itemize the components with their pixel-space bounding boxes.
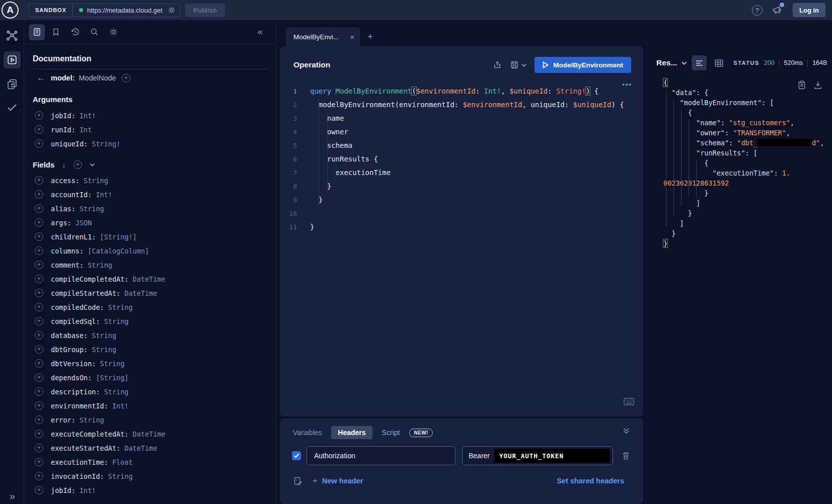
field-name[interactable]: uniqueId: xyxy=(51,140,92,148)
field-name[interactable]: comment: xyxy=(51,261,88,269)
save-dropdown-chevron-icon[interactable] xyxy=(521,63,526,67)
add-field-icon[interactable]: + xyxy=(35,125,43,134)
field-type[interactable]: Int! xyxy=(112,402,129,410)
new-header-button[interactable]: + New header xyxy=(313,476,363,486)
sort-fields-icon[interactable]: ↓ xyxy=(62,160,66,169)
add-field-icon[interactable]: + xyxy=(35,430,43,438)
add-field-icon[interactable]: + xyxy=(35,303,43,311)
code-line[interactable]: executionTime xyxy=(310,166,624,180)
code-line[interactable]: modelByEnvironment(environmentId: $envir… xyxy=(310,98,624,112)
response-dropdown-chevron-icon[interactable] xyxy=(682,61,687,65)
field-name[interactable]: accountId: xyxy=(51,191,96,199)
add-field-icon[interactable]: + xyxy=(35,373,43,382)
field-type[interactable]: String xyxy=(104,388,129,396)
field-name[interactable]: executeStartedAt: xyxy=(51,444,124,452)
field-name[interactable]: columns: xyxy=(51,247,88,255)
add-field-icon[interactable]: + xyxy=(35,139,43,148)
field-type[interactable]: Int! xyxy=(80,112,96,120)
header-value-input[interactable]: Bearer YOUR_AUTH_TOKEN xyxy=(462,446,613,465)
code-line[interactable]: } xyxy=(310,220,624,234)
field-name[interactable]: jobId: xyxy=(51,112,80,120)
field-type[interactable]: String! xyxy=(92,140,120,148)
tab-search[interactable] xyxy=(86,24,102,40)
field-type[interactable]: Int! xyxy=(96,191,112,199)
close-tab-icon[interactable]: × xyxy=(350,33,354,41)
model-type[interactable]: ModelNode xyxy=(79,74,116,82)
expand-rail-button[interactable] xyxy=(0,493,24,501)
field-type[interactable]: DateTime xyxy=(133,275,166,283)
add-field-icon[interactable]: + xyxy=(35,486,43,494)
delete-header-icon[interactable] xyxy=(622,451,630,460)
add-field-icon[interactable]: + xyxy=(35,458,43,466)
add-field-icon[interactable]: + xyxy=(35,415,43,424)
field-name[interactable]: executeCompletedAt: xyxy=(51,430,133,438)
field-name[interactable]: environmentId: xyxy=(51,402,112,410)
field-name[interactable]: runId: xyxy=(51,126,80,134)
tab-headers[interactable]: Headers xyxy=(331,426,372,439)
code-line[interactable]: } xyxy=(310,193,624,207)
tab-history[interactable] xyxy=(67,24,83,40)
editor-code[interactable]: query ModelByEnvironment($environmentId:… xyxy=(302,85,624,234)
operation-more-menu-icon[interactable]: ••• xyxy=(622,80,632,88)
add-field-icon[interactable]: + xyxy=(35,472,43,480)
response-json[interactable]: { "data": { "modelByEnvironment": [ { "n… xyxy=(663,77,831,248)
field-name[interactable]: compileStartedAt: xyxy=(51,289,124,297)
field-name[interactable]: description: xyxy=(51,388,104,396)
sidebar-item-explorer[interactable] xyxy=(0,50,24,69)
add-field-icon[interactable]: + xyxy=(35,218,43,227)
back-arrow-icon[interactable]: ← xyxy=(37,73,45,83)
auth-token-value[interactable]: YOUR_AUTH_TOKEN xyxy=(494,449,610,463)
run-operation-button[interactable]: ModelByEnvironment xyxy=(535,57,631,73)
tab-script[interactable]: Script xyxy=(382,429,400,437)
field-type[interactable]: String xyxy=(100,360,125,368)
field-type[interactable]: String xyxy=(80,205,104,213)
field-name[interactable]: executionTime: xyxy=(51,458,112,466)
keyboard-shortcuts-icon[interactable] xyxy=(624,398,634,405)
field-name[interactable]: args: xyxy=(51,219,75,227)
header-enabled-checkbox[interactable] xyxy=(292,451,301,460)
field-type[interactable]: Int xyxy=(80,126,92,134)
field-type[interactable]: String xyxy=(88,261,112,269)
code-line[interactable]: owner xyxy=(310,125,624,139)
field-type[interactable]: Float xyxy=(112,458,133,466)
code-line[interactable]: runResults { xyxy=(310,152,624,166)
tab-documentation[interactable] xyxy=(29,24,45,40)
field-type[interactable]: Int! xyxy=(80,486,96,494)
sidebar-item-checks[interactable] xyxy=(0,96,24,119)
add-field-icon[interactable]: + xyxy=(35,190,43,199)
save-group[interactable] xyxy=(510,60,526,69)
field-name[interactable]: dbtVersion: xyxy=(51,360,100,368)
header-name-input[interactable]: Authorization xyxy=(307,446,456,465)
code-line[interactable]: } xyxy=(310,180,624,193)
save-icon[interactable] xyxy=(510,60,519,69)
add-field-icon[interactable]: + xyxy=(35,111,43,120)
table-view-button[interactable] xyxy=(711,55,726,70)
graphql-editor[interactable]: 1234567891011 query ModelByEnvironment($… xyxy=(280,83,643,234)
add-field-icon[interactable]: + xyxy=(35,275,43,283)
collapse-panel-icon[interactable] xyxy=(623,428,630,435)
add-field-icon[interactable]: + xyxy=(35,345,43,354)
code-line[interactable] xyxy=(310,207,624,220)
tab-saved-operations[interactable] xyxy=(48,24,64,40)
field-name[interactable]: error: xyxy=(51,416,80,424)
tab-variables[interactable]: Variables xyxy=(293,429,322,437)
add-all-fields-icon[interactable]: + xyxy=(122,74,130,82)
apollo-logo[interactable]: A xyxy=(2,2,19,19)
add-field-icon[interactable]: + xyxy=(35,176,43,185)
field-type[interactable]: String xyxy=(108,303,133,311)
field-type[interactable]: DateTime xyxy=(133,430,166,438)
new-tab-icon[interactable]: + xyxy=(367,31,373,42)
field-name[interactable]: jobId: xyxy=(51,486,80,494)
field-name[interactable]: dependsOn: xyxy=(51,374,96,382)
field-type[interactable]: String xyxy=(80,416,104,424)
add-field-icon[interactable]: + xyxy=(35,246,43,255)
publish-button[interactable]: Publish xyxy=(185,4,225,17)
code-line[interactable]: name xyxy=(310,112,624,125)
endpoint-url-input[interactable]: https://metadata.cloud.get xyxy=(87,7,167,14)
field-type[interactable]: String xyxy=(92,331,116,340)
share-icon[interactable] xyxy=(493,60,502,69)
field-type[interactable]: DateTime xyxy=(124,444,157,452)
sidebar-item-schema[interactable] xyxy=(0,24,24,47)
field-type[interactable]: DateTime xyxy=(124,289,157,297)
field-type[interactable]: JSON xyxy=(75,219,92,227)
